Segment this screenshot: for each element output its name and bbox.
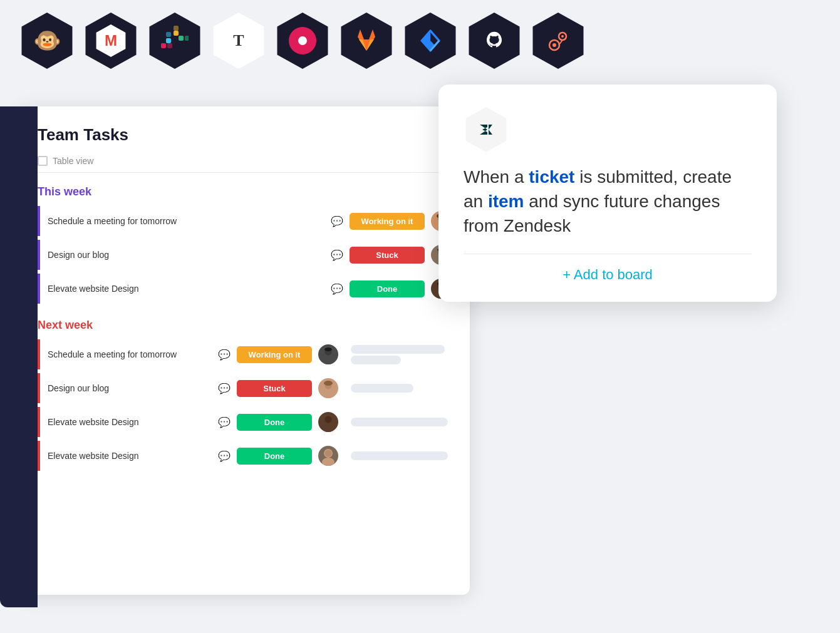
table-view-checkbox[interactable] [38,156,48,166]
github-icon[interactable] [466,13,522,69]
desc-prefix: When a [464,167,529,187]
task-board: Team Tasks Table view This week Schedule… [19,106,470,595]
next-week-section: Next week Schedule a meeting for tomorro… [38,319,451,471]
table-view-toggle[interactable]: Table view [38,156,451,173]
task-name: Design our blog [48,250,324,260]
svg-rect-2 [179,36,184,41]
avatar [318,446,338,466]
svg-rect-4 [174,31,179,36]
status-badge[interactable]: Working on it [350,213,425,230]
status-badge[interactable]: Stuck [350,247,425,264]
zendesk-description: When a ticket is submitted, create an it… [464,165,752,239]
svg-point-42 [325,450,332,457]
task-row: Schedule a meeting for tomorrow 💬 Workin… [38,206,451,236]
hubspot-icon[interactable] [530,13,586,69]
chat-icon[interactable]: 💬 [218,349,231,361]
this-week-section: This week Schedule a meeting for tomorro… [38,185,451,304]
status-badge[interactable]: Done [237,448,312,465]
gitlab-icon[interactable] [338,13,395,69]
zendesk-hex-logo [464,107,509,152]
slack-icon[interactable] [147,13,203,69]
avatar [318,412,338,432]
avatar [318,378,338,398]
task-name: Schedule a meeting for tomorrow [48,216,324,226]
integrations-row: 🐵 M T [0,0,605,81]
chat-icon[interactable]: 💬 [331,283,343,295]
status-badge[interactable]: Done [350,280,425,297]
task-row: Elevate website Design 💬 Done [38,274,451,304]
card-divider [464,254,752,254]
svg-point-34 [322,390,334,398]
svg-point-30 [322,356,334,364]
chat-icon[interactable]: 💬 [218,383,231,394]
chat-icon[interactable]: 💬 [218,416,231,428]
zendesk-card: When a ticket is submitted, create an it… [438,85,777,302]
add-to-board-button[interactable]: + Add to board [464,267,752,283]
svg-point-13 [561,35,564,38]
svg-point-38 [322,424,334,432]
task-row: Design our blog 💬 Stuck [38,373,451,403]
task-row: Elevate website Design 💬 Done [38,407,451,437]
task-name: Design our blog [48,383,212,393]
this-week-title: This week [38,185,451,198]
task-name: Elevate website Design [48,284,324,294]
status-badge[interactable]: Stuck [237,380,312,397]
svg-line-9 [430,31,439,41]
typeform-icon[interactable]: T [210,13,267,69]
board-title: Team Tasks [38,125,451,145]
chat-icon[interactable]: 💬 [331,215,343,227]
chat-icon[interactable]: 💬 [331,249,343,261]
task-name: Schedule a meeting for tomorrow [48,349,212,359]
status-badge[interactable]: Done [237,414,312,431]
table-view-label: Table view [53,156,93,166]
svg-rect-5 [174,26,179,31]
status-badge[interactable]: Working on it [237,346,312,363]
svg-rect-0 [166,38,171,43]
svg-rect-6 [161,43,166,48]
svg-point-39 [325,416,332,423]
svg-point-32 [324,347,332,351]
task-row: Design our blog 💬 Stuck [38,240,451,270]
toggl-icon[interactable] [274,13,331,69]
avatar [318,344,338,364]
task-row: Schedule a meeting for tomorrow 💬 Workin… [38,339,451,369]
svg-rect-3 [185,36,189,41]
task-row: Elevate website Design 💬 Done [38,441,451,471]
gmail-icon[interactable]: M [83,13,139,69]
ticket-word: ticket [529,167,574,187]
chat-icon[interactable]: 💬 [218,450,231,462]
svg-rect-1 [166,32,171,37]
jira-icon[interactable] [402,13,459,69]
svg-rect-7 [167,43,172,48]
item-word: item [488,192,524,211]
svg-point-36 [324,381,333,386]
svg-point-16 [552,43,556,47]
next-week-title: Next week [38,319,451,332]
zendesk-logo-svg [472,116,500,143]
sidebar-panel [0,106,38,607]
task-name: Elevate website Design [48,451,212,461]
mailchimp-icon[interactable]: 🐵 [19,13,75,69]
svg-point-41 [322,458,334,466]
task-name: Elevate website Design [48,417,212,427]
